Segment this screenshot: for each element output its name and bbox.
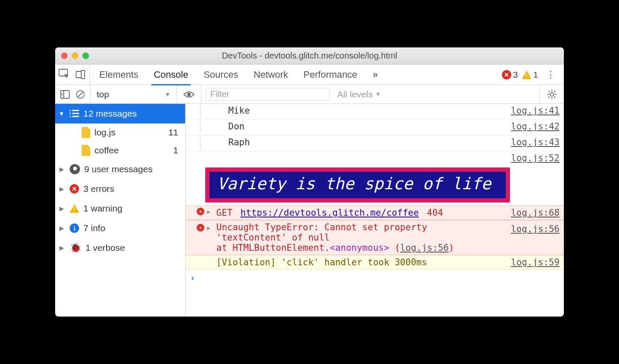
console-prompt[interactable]: › (186, 270, 564, 287)
warning-counter[interactable]: 1 (522, 70, 538, 80)
sidebar-item-messages[interactable]: ▼ 12 messages (55, 104, 185, 123)
log-row[interactable]: Mike log.js:41 (186, 104, 564, 120)
inspect-element-icon[interactable] (59, 69, 70, 81)
log-row[interactable]: log.js:52 (186, 151, 564, 165)
clear-console-icon[interactable] (76, 90, 85, 99)
user-icon (70, 164, 80, 174)
sidebar-item-warnings[interactable]: ▶ 1 warning (55, 199, 185, 218)
http-method: GET (216, 208, 233, 218)
svg-point-7 (187, 93, 191, 96)
sidebar-item-user[interactable]: ▶ 9 user messages (55, 159, 185, 179)
file-icon (82, 145, 90, 156)
error-icon: ✕ (197, 224, 204, 232)
console-settings-icon[interactable] (539, 85, 564, 103)
caret-right-icon: ▶ (58, 185, 65, 192)
console-toolbar: top ▼ All levels ▼ (55, 85, 564, 104)
chevron-down-icon: ▼ (375, 91, 381, 97)
kebab-menu-icon[interactable]: ⋮ (542, 69, 559, 80)
svg-point-8 (550, 93, 554, 96)
device-toolbar-icon[interactable] (76, 70, 85, 79)
warning-icon (522, 70, 531, 79)
caret-right-icon: ▶ (207, 225, 210, 231)
caret-right-icon: ▶ (58, 205, 65, 212)
sidebar-file-item[interactable]: coffee 1 (55, 141, 185, 159)
tab-sources[interactable]: Sources (203, 69, 238, 80)
context-label: top (97, 89, 109, 100)
http-status: 404 (427, 208, 443, 218)
styled-log-text: Variety is the spice of life (205, 167, 510, 203)
error-count: 3 (513, 70, 518, 80)
info-icon: i (70, 223, 79, 233)
source-link[interactable]: log.js:43 (506, 137, 560, 147)
svg-line-13 (548, 91, 550, 92)
sidebar-file-item[interactable]: log.js 11 (55, 123, 185, 141)
log-text: Mike (226, 106, 506, 116)
file-count: 11 (168, 127, 181, 138)
devtools-tabs: Elements Console Sources Network Perform… (55, 65, 564, 85)
sidebar-item-errors[interactable]: ▶ ✕ 3 errors (55, 179, 185, 199)
log-row[interactable]: Don log.js:42 (186, 120, 564, 135)
source-link[interactable]: log.js:59 (506, 257, 560, 267)
sidebar-label: 12 messages (83, 109, 137, 119)
caret-down-icon: ▼ (58, 110, 65, 117)
sidebar-item-verbose[interactable]: ▶ 🐞 1 verbose (55, 238, 185, 258)
toggle-sidebar-icon[interactable] (60, 90, 70, 99)
svg-line-15 (548, 97, 550, 98)
sidebar-label: 1 verbose (85, 243, 125, 253)
tab-performance[interactable]: Performance (304, 69, 357, 80)
styled-log-row[interactable]: Variety is the spice of life (186, 165, 564, 205)
list-icon (70, 110, 79, 117)
tabs-overflow[interactable]: » (373, 69, 378, 80)
caret-right-icon: ▶ (207, 208, 210, 215)
window-title: DevTools - devtools.glitch.me/console/lo… (55, 51, 564, 61)
log-row[interactable]: Raph log.js:43 (186, 135, 564, 151)
prompt-icon: › (190, 273, 195, 283)
context-selector[interactable]: top ▼ (91, 85, 177, 103)
http-url[interactable]: https://devtools.glitch.me/coffee (241, 208, 419, 218)
svg-line-14 (554, 97, 555, 98)
file-name: coffee (94, 145, 119, 156)
levels-label: All levels (337, 89, 373, 100)
tab-console[interactable]: Console (154, 69, 189, 80)
console-output: Mike log.js:41 Don log.js:42 Raph log.js… (186, 104, 564, 317)
live-expression-icon[interactable] (177, 85, 201, 103)
source-link[interactable]: log.js:42 (506, 121, 560, 132)
source-link[interactable]: log.js:52 (506, 153, 560, 163)
warning-count: 1 (533, 70, 538, 80)
svg-line-16 (554, 91, 555, 92)
error-counter[interactable]: ✕ 3 (502, 70, 518, 80)
tab-network[interactable]: Network (253, 69, 288, 80)
error-icon: ✕ (70, 184, 79, 194)
network-error-row[interactable]: ✕▶ GET https://devtools.glitch.me/coffee… (186, 205, 564, 220)
sidebar-label: 7 info (83, 223, 105, 233)
warning-icon (70, 204, 79, 213)
bug-icon: 🐞 (70, 242, 81, 253)
exception-text: Uncaught TypeError: Cannot set property … (214, 222, 506, 253)
svg-rect-1 (76, 71, 81, 78)
stack-link[interactable]: log.js:56 (400, 243, 449, 253)
sidebar-label: 3 errors (83, 184, 114, 194)
error-icon: ✕ (197, 208, 204, 215)
sidebar-item-info[interactable]: ▶ i 7 info (55, 218, 185, 238)
sidebar-label: 1 warning (83, 203, 122, 214)
tab-elements[interactable]: Elements (99, 69, 139, 80)
violation-row[interactable]: [Violation] 'click' handler took 3000ms … (186, 255, 564, 270)
caret-right-icon: ▶ (58, 244, 65, 251)
exception-row[interactable]: ✕▶ Uncaught TypeError: Cannot set proper… (186, 220, 564, 255)
violation-text: [Violation] 'click' handler took 3000ms (214, 257, 506, 267)
file-name: log.js (94, 127, 115, 138)
file-count: 1 (173, 145, 181, 156)
titlebar: DevTools - devtools.glitch.me/console/lo… (55, 47, 564, 65)
log-text: Raph (226, 137, 506, 147)
caret-right-icon: ▶ (58, 225, 65, 232)
source-link[interactable]: log.js:68 (506, 208, 560, 218)
error-icon: ✕ (502, 70, 511, 79)
devtools-window: DevTools - devtools.glitch.me/console/lo… (55, 47, 564, 317)
log-text: Don (226, 121, 506, 132)
source-link[interactable]: log.js:41 (506, 106, 560, 116)
source-link[interactable]: log.js:56 (506, 222, 560, 234)
filter-input[interactable] (206, 88, 330, 101)
console-sidebar: ▼ 12 messages log.js 11 coffee 1 ▶ 9 use… (55, 104, 186, 317)
sidebar-label: 9 user messages (84, 164, 153, 174)
log-levels-selector[interactable]: All levels ▼ (330, 89, 381, 100)
